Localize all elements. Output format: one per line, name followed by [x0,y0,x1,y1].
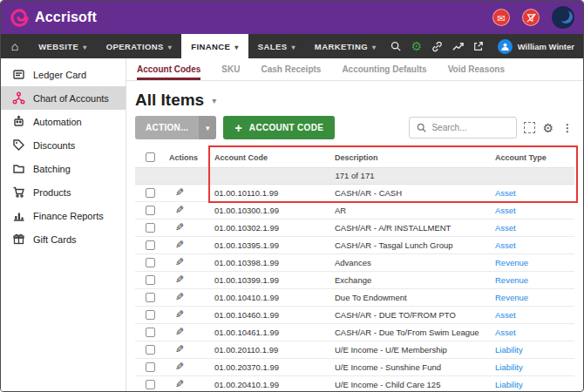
description-cell: U/E Income - Sunshine Fund [330,358,491,375]
table-row[interactable]: 01.00.10300.1.99 AR Asset [135,201,574,219]
more-options-icon[interactable] [560,122,574,134]
user-menu[interactable]: William Winter [489,34,583,58]
row-checkbox[interactable] [146,328,155,337]
select-all-checkbox[interactable] [146,152,155,162]
tab-sku[interactable]: SKU [221,58,240,80]
action-button[interactable]: ACTION... [135,116,216,139]
sidebar-item-finance-reports[interactable]: Finance Reports [1,204,126,227]
logo-swirl-icon [10,8,30,28]
nav-item-website[interactable]: WEBSITE [29,34,97,58]
row-checkbox[interactable] [146,275,155,285]
edit-pencil-icon[interactable] [169,361,184,373]
add-account-code-button[interactable]: ACCOUNT CODE [223,116,335,139]
link-icon[interactable] [427,34,448,58]
description-cell: CASH/AR - Due To/From Swim League [330,323,491,341]
account-type-link[interactable]: Revenue [495,293,528,302]
edit-pencil-icon[interactable] [169,186,184,199]
theme-moon-icon[interactable] [552,6,574,29]
edit-pencil-icon[interactable] [169,274,184,286]
row-checkbox[interactable] [146,293,155,302]
edit-pencil-icon[interactable] [169,378,184,390]
action-button-label: ACTION... [135,116,199,139]
sidebar-item-ledger-card[interactable]: Ledger Card [1,63,126,86]
nav-item-sales[interactable]: SALES [248,34,305,58]
table-row[interactable]: 01.00.10110.1.99 CASH/AR - CASH Asset [135,184,574,201]
sidebar-item-products[interactable]: Products [1,180,126,204]
mail-alert-icon[interactable] [492,9,510,26]
tab-cash-receipts[interactable]: Cash Receipts [261,58,321,80]
row-checkbox[interactable] [146,240,155,250]
search-input[interactable] [431,123,509,132]
edit-pencil-icon[interactable] [169,343,184,355]
chart-of-accounts-icon [12,91,25,105]
row-checkbox[interactable] [146,223,155,233]
sidebar-item-label: Chart of Accounts [33,93,109,104]
row-checkbox[interactable] [146,258,155,267]
tab-accounting-defaults[interactable]: Accounting Defaults [342,58,426,80]
edit-pencil-icon[interactable] [169,204,184,216]
search-icon[interactable] [385,34,406,58]
description-cell: U/E Income - Child Care 125 [330,375,491,391]
table-row[interactable]: 01.00.10302.1.99 CASH/AR - A/R INSTALLME… [135,219,574,236]
nav-item-operations[interactable]: OPERATIONS [97,34,182,58]
sidebar-item-gift-cards[interactable]: Gift Cards [1,227,126,251]
edit-pencil-icon[interactable] [169,239,184,251]
nav-item-label: SALES [258,42,288,51]
table-row[interactable]: 01.00.10460.1.99 CASH/AR - DUE TO/FROM P… [135,306,574,323]
tab-void-reasons[interactable]: Void Reasons [448,58,505,80]
table-row[interactable]: 01.00.20410.1.99 U/E Income - Child Care… [135,375,574,391]
gear-icon[interactable] [542,121,553,135]
account-type-link[interactable]: Revenue [495,258,528,267]
account-type-link[interactable]: Asset [495,328,516,337]
home-icon[interactable] [1,34,29,58]
account-type-link[interactable]: Asset [495,188,516,198]
edit-pencil-icon[interactable] [169,221,184,233]
row-checkbox[interactable] [146,345,155,355]
edit-pencil-icon[interactable] [169,291,184,303]
table-row[interactable]: 01.00.20370.1.99 U/E Income - Sunshine F… [135,358,574,375]
row-checkbox[interactable] [146,380,155,389]
edit-pencil-icon[interactable] [169,256,184,268]
row-checkbox[interactable] [146,206,155,215]
account-type-link[interactable]: Liability [495,380,523,389]
sidebar-item-automation[interactable]: Automation [1,110,126,133]
account-code-cell: 01.00.10300.1.99 [210,201,330,219]
row-checkbox[interactable] [146,362,155,372]
table-row[interactable]: 01.00.10410.1.99 Due To Endowment Revenu… [135,288,574,306]
title-dropdown-caret[interactable] [212,96,216,105]
description-cell: Exchange [330,271,491,288]
table-row[interactable]: 01.00.10461.1.99 CASH/AR - Due To/From S… [135,323,574,341]
account-type-link[interactable]: Asset [495,310,516,320]
nav-item-finance[interactable]: FINANCE [181,34,248,58]
open-in-new-icon[interactable] [468,34,489,58]
account-type-link[interactable]: Asset [495,223,516,233]
select-region-icon[interactable] [524,122,535,133]
edit-pencil-icon[interactable] [169,326,184,338]
account-type-link[interactable]: Liability [495,362,523,372]
row-checkbox[interactable] [146,310,155,320]
account-code-cell: 01.00.10395.1.99 [210,236,330,253]
analytics-icon[interactable] [447,34,468,58]
edit-pencil-icon[interactable] [169,308,184,321]
account-type-link[interactable]: Asset [495,206,516,215]
main-navbar: WEBSITE OPERATIONS FINANCE SALES MARKETI… [1,34,583,58]
row-checkbox[interactable] [146,188,155,198]
table-row[interactable]: 01.00.10399.1.99 Exchange Revenue [135,271,574,288]
filter-block-icon[interactable] [522,9,540,26]
table-row[interactable]: 01.00.10398.1.99 Advances Revenue [135,253,574,271]
brand-logo[interactable]: Accrisoft [10,8,97,28]
tab-account-codes[interactable]: Account Codes [137,58,200,80]
account-type-link[interactable]: Asset [495,240,516,250]
nav-item-marketing[interactable]: MARKETING [305,34,386,58]
account-type-link[interactable]: Revenue [495,275,528,285]
sidebar-item-label: Ledger Card [33,70,86,80]
products-cart-icon [12,186,25,199]
sidebar-item-chart-of-accounts[interactable]: Chart of Accounts [1,86,126,110]
account-type-link[interactable]: Liability [495,345,523,355]
gear-icon[interactable] [406,34,427,58]
sidebar-item-discounts[interactable]: Discounts [1,133,126,157]
table-row[interactable]: 01.00.10395.1.99 CASH/AR - Tasgal Lunch … [135,236,574,253]
table-row[interactable]: 01.00.20110.1.99 U/E Income - U/E Member… [135,341,574,358]
nav-item-label: OPERATIONS [106,42,164,51]
sidebar-item-batching[interactable]: Batching [1,157,126,180]
